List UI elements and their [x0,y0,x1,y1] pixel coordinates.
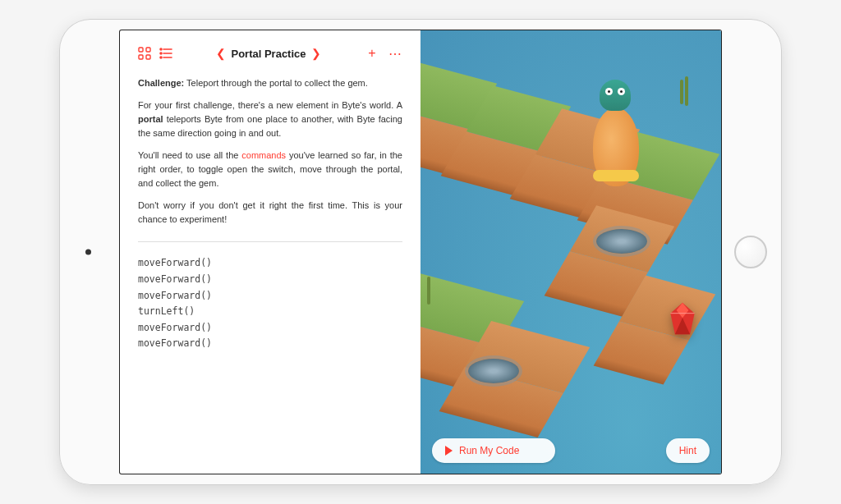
play-icon [445,446,453,456]
world-view[interactable]: Run My Code Hint [420,30,721,474]
hint-label: Hint [679,445,696,456]
code-editor[interactable]: moveForward() moveForward() moveForward(… [138,241,402,351]
code-line[interactable]: moveForward() [138,320,402,337]
grid-icon[interactable] [138,47,151,60]
challenge-line: Challenge: Teleport through the portal t… [138,76,402,90]
topbar: ❮ Portal Practice ❯ + ⋯ [138,42,402,65]
list-icon[interactable] [159,47,172,60]
reeds [427,277,430,305]
hint-button[interactable]: Hint [666,438,710,463]
code-line[interactable]: moveForward() [138,255,402,272]
svg-rect-2 [139,55,143,59]
byte-head [600,80,631,111]
world-bottom-bar: Run My Code Hint [420,428,721,474]
svg-point-4 [160,48,162,50]
run-button[interactable]: Run My Code [432,438,555,463]
ipad-frame: ❮ Portal Practice ❯ + ⋯ Challenge: Telep… [59,19,782,485]
portal [596,229,647,254]
page-title: Portal Practice [231,48,306,60]
byte-eye [618,88,625,95]
svg-rect-3 [146,55,150,59]
code-line[interactable]: moveForward() [138,288,402,305]
byte-character [585,80,644,186]
chevron-right-icon[interactable]: ❯ [311,47,321,60]
byte-eye [605,88,613,95]
code-line[interactable]: turnLeft() [138,304,402,320]
gem [667,301,698,337]
challenge-prompt: Teleport through the portal to collect t… [186,78,368,88]
more-icon[interactable]: ⋯ [388,46,402,62]
camera-dot [85,250,91,255]
challenge-p3: Don't worry if you don't get it right th… [138,199,402,227]
run-label: Run My Code [459,445,519,456]
reeds [680,80,683,104]
svg-point-8 [160,57,162,58]
svg-point-6 [160,53,162,54]
reeds [685,76,688,106]
plus-icon[interactable]: + [365,46,379,61]
code-line[interactable]: moveForward() [138,272,402,288]
challenge-p2: You'll need to use all the commands you'… [138,149,402,190]
left-pane: ❮ Portal Practice ❯ + ⋯ Challenge: Telep… [120,30,420,474]
chevron-left-icon[interactable]: ❮ [216,47,226,60]
home-button[interactable] [734,236,767,268]
byte-belt [593,170,639,181]
challenge-p1: For your first challenge, there's a new … [138,99,402,140]
svg-rect-1 [146,48,150,52]
code-line[interactable]: moveForward() [138,336,402,352]
portal [468,359,519,383]
nav-title-group: ❮ Portal Practice ❯ [181,47,356,60]
challenge-body: Challenge: Teleport through the portal t… [138,76,402,235]
challenge-label: Challenge: [138,78,184,88]
svg-rect-0 [139,48,143,52]
app-screen: ❮ Portal Practice ❯ + ⋯ Challenge: Telep… [120,30,721,474]
commands-link[interactable]: commands [241,150,286,160]
